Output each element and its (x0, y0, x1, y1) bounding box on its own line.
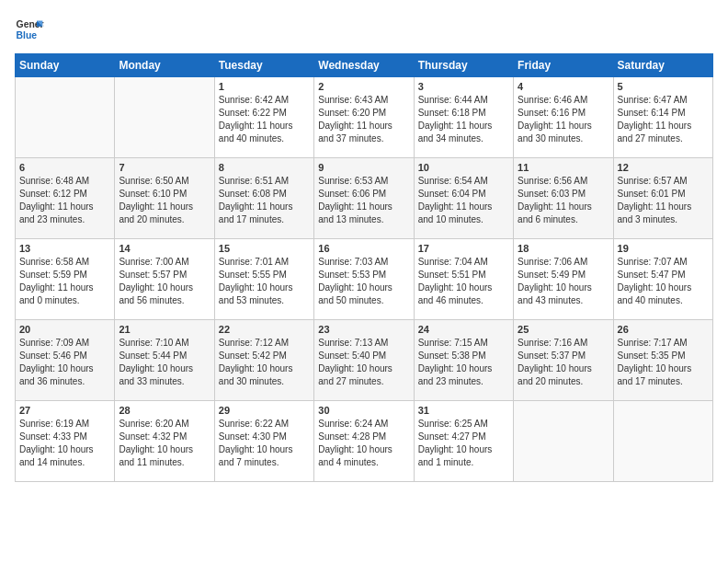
day-header-tuesday: Tuesday (214, 54, 313, 77)
day-number: 24 (418, 324, 509, 335)
cell-content: Sunrise: 7:06 AM Sunset: 5:49 PM Dayligh… (518, 256, 609, 307)
calendar-cell: 27Sunrise: 6:19 AM Sunset: 4:33 PM Dayli… (16, 401, 115, 482)
calendar-cell: 14Sunrise: 7:00 AM Sunset: 5:57 PM Dayli… (115, 239, 214, 320)
cell-content: Sunrise: 6:22 AM Sunset: 4:30 PM Dayligh… (219, 418, 310, 469)
cell-content: Sunrise: 6:19 AM Sunset: 4:33 PM Dayligh… (19, 418, 110, 469)
day-number: 15 (219, 243, 310, 254)
calendar-week-2: 6Sunrise: 6:48 AM Sunset: 6:12 PM Daylig… (16, 158, 713, 239)
day-number: 27 (19, 405, 110, 416)
cell-content: Sunrise: 7:13 AM Sunset: 5:40 PM Dayligh… (318, 337, 409, 388)
cell-content: Sunrise: 6:24 AM Sunset: 4:28 PM Dayligh… (318, 418, 409, 469)
page-header: General Blue (15, 15, 713, 44)
cell-content: Sunrise: 6:54 AM Sunset: 6:04 PM Dayligh… (418, 175, 509, 226)
calendar-cell: 21Sunrise: 7:10 AM Sunset: 5:44 PM Dayli… (115, 320, 214, 401)
calendar-header-row: SundayMondayTuesdayWednesdayThursdayFrid… (16, 54, 713, 77)
cell-content: Sunrise: 7:10 AM Sunset: 5:44 PM Dayligh… (119, 337, 210, 388)
calendar-cell: 22Sunrise: 7:12 AM Sunset: 5:42 PM Dayli… (214, 320, 313, 401)
calendar-cell: 26Sunrise: 7:17 AM Sunset: 5:35 PM Dayli… (613, 320, 712, 401)
cell-content: Sunrise: 7:16 AM Sunset: 5:37 PM Dayligh… (518, 337, 609, 388)
day-number: 21 (119, 324, 210, 335)
logo-icon: General Blue (15, 15, 44, 44)
calendar-cell: 28Sunrise: 6:20 AM Sunset: 4:32 PM Dayli… (115, 401, 214, 482)
cell-content: Sunrise: 6:56 AM Sunset: 6:03 PM Dayligh… (518, 175, 609, 226)
cell-content: Sunrise: 7:04 AM Sunset: 5:51 PM Dayligh… (418, 256, 509, 307)
calendar-cell: 12Sunrise: 6:57 AM Sunset: 6:01 PM Dayli… (613, 158, 712, 239)
logo: General Blue (15, 15, 44, 44)
calendar-cell: 1Sunrise: 6:42 AM Sunset: 6:22 PM Daylig… (214, 77, 313, 158)
cell-content: Sunrise: 7:03 AM Sunset: 5:53 PM Dayligh… (318, 256, 409, 307)
cell-content: Sunrise: 6:47 AM Sunset: 6:14 PM Dayligh… (618, 94, 709, 145)
day-number: 14 (119, 243, 210, 254)
day-number: 29 (219, 405, 310, 416)
calendar-cell: 23Sunrise: 7:13 AM Sunset: 5:40 PM Dayli… (314, 320, 414, 401)
cell-content: Sunrise: 6:43 AM Sunset: 6:20 PM Dayligh… (318, 94, 409, 145)
day-number: 18 (518, 243, 609, 254)
day-number: 17 (418, 243, 509, 254)
day-number: 5 (618, 81, 709, 92)
cell-content: Sunrise: 7:17 AM Sunset: 5:35 PM Dayligh… (618, 337, 709, 388)
day-header-friday: Friday (514, 54, 613, 77)
calendar-week-3: 13Sunrise: 6:58 AM Sunset: 5:59 PM Dayli… (16, 239, 713, 320)
day-number: 22 (219, 324, 310, 335)
day-number: 23 (318, 324, 409, 335)
day-number: 1 (219, 81, 310, 92)
day-number: 25 (518, 324, 609, 335)
day-number: 31 (418, 405, 509, 416)
cell-content: Sunrise: 6:20 AM Sunset: 4:32 PM Dayligh… (119, 418, 210, 469)
day-number: 26 (618, 324, 709, 335)
calendar-cell: 25Sunrise: 7:16 AM Sunset: 5:37 PM Dayli… (514, 320, 613, 401)
day-header-monday: Monday (115, 54, 214, 77)
calendar-cell: 16Sunrise: 7:03 AM Sunset: 5:53 PM Dayli… (314, 239, 414, 320)
calendar-cell: 3Sunrise: 6:44 AM Sunset: 6:18 PM Daylig… (414, 77, 513, 158)
day-number: 4 (518, 81, 609, 92)
calendar-cell: 9Sunrise: 6:53 AM Sunset: 6:06 PM Daylig… (314, 158, 414, 239)
cell-content: Sunrise: 6:42 AM Sunset: 6:22 PM Dayligh… (219, 94, 310, 145)
day-number: 6 (19, 162, 110, 173)
calendar-cell: 11Sunrise: 6:56 AM Sunset: 6:03 PM Dayli… (514, 158, 613, 239)
cell-content: Sunrise: 6:58 AM Sunset: 5:59 PM Dayligh… (19, 256, 110, 307)
calendar-table: SundayMondayTuesdayWednesdayThursdayFrid… (15, 53, 713, 482)
day-header-saturday: Saturday (613, 54, 712, 77)
day-number: 28 (119, 405, 210, 416)
cell-content: Sunrise: 7:15 AM Sunset: 5:38 PM Dayligh… (418, 337, 509, 388)
calendar-cell: 7Sunrise: 6:50 AM Sunset: 6:10 PM Daylig… (115, 158, 214, 239)
calendar-cell (115, 77, 214, 158)
day-number: 9 (318, 162, 409, 173)
calendar-cell: 6Sunrise: 6:48 AM Sunset: 6:12 PM Daylig… (16, 158, 115, 239)
cell-content: Sunrise: 6:46 AM Sunset: 6:16 PM Dayligh… (518, 94, 609, 145)
cell-content: Sunrise: 6:51 AM Sunset: 6:08 PM Dayligh… (219, 175, 310, 226)
cell-content: Sunrise: 7:07 AM Sunset: 5:47 PM Dayligh… (618, 256, 709, 307)
calendar-cell: 2Sunrise: 6:43 AM Sunset: 6:20 PM Daylig… (314, 77, 414, 158)
calendar-week-5: 27Sunrise: 6:19 AM Sunset: 4:33 PM Dayli… (16, 401, 713, 482)
cell-content: Sunrise: 7:01 AM Sunset: 5:55 PM Dayligh… (219, 256, 310, 307)
cell-content: Sunrise: 6:25 AM Sunset: 4:27 PM Dayligh… (418, 418, 509, 469)
day-number: 3 (418, 81, 509, 92)
calendar-cell: 4Sunrise: 6:46 AM Sunset: 6:16 PM Daylig… (514, 77, 613, 158)
day-number: 10 (418, 162, 509, 173)
cell-content: Sunrise: 6:48 AM Sunset: 6:12 PM Dayligh… (19, 175, 110, 226)
calendar-cell: 10Sunrise: 6:54 AM Sunset: 6:04 PM Dayli… (414, 158, 513, 239)
calendar-cell (613, 401, 712, 482)
calendar-cell: 18Sunrise: 7:06 AM Sunset: 5:49 PM Dayli… (514, 239, 613, 320)
day-header-thursday: Thursday (414, 54, 513, 77)
cell-content: Sunrise: 7:00 AM Sunset: 5:57 PM Dayligh… (119, 256, 210, 307)
cell-content: Sunrise: 6:50 AM Sunset: 6:10 PM Dayligh… (119, 175, 210, 226)
day-number: 2 (318, 81, 409, 92)
calendar-cell: 24Sunrise: 7:15 AM Sunset: 5:38 PM Dayli… (414, 320, 513, 401)
calendar-cell: 5Sunrise: 6:47 AM Sunset: 6:14 PM Daylig… (613, 77, 712, 158)
calendar-cell: 8Sunrise: 6:51 AM Sunset: 6:08 PM Daylig… (214, 158, 313, 239)
cell-content: Sunrise: 6:53 AM Sunset: 6:06 PM Dayligh… (318, 175, 409, 226)
day-number: 8 (219, 162, 310, 173)
cell-content: Sunrise: 7:12 AM Sunset: 5:42 PM Dayligh… (219, 337, 310, 388)
day-header-wednesday: Wednesday (314, 54, 414, 77)
calendar-cell: 17Sunrise: 7:04 AM Sunset: 5:51 PM Dayli… (414, 239, 513, 320)
day-number: 19 (618, 243, 709, 254)
calendar-cell: 31Sunrise: 6:25 AM Sunset: 4:27 PM Dayli… (414, 401, 513, 482)
svg-text:Blue: Blue (17, 30, 38, 40)
calendar-week-4: 20Sunrise: 7:09 AM Sunset: 5:46 PM Dayli… (16, 320, 713, 401)
calendar-cell: 19Sunrise: 7:07 AM Sunset: 5:47 PM Dayli… (613, 239, 712, 320)
calendar-cell (16, 77, 115, 158)
day-number: 11 (518, 162, 609, 173)
calendar-cell: 29Sunrise: 6:22 AM Sunset: 4:30 PM Dayli… (214, 401, 313, 482)
cell-content: Sunrise: 7:09 AM Sunset: 5:46 PM Dayligh… (19, 337, 110, 388)
